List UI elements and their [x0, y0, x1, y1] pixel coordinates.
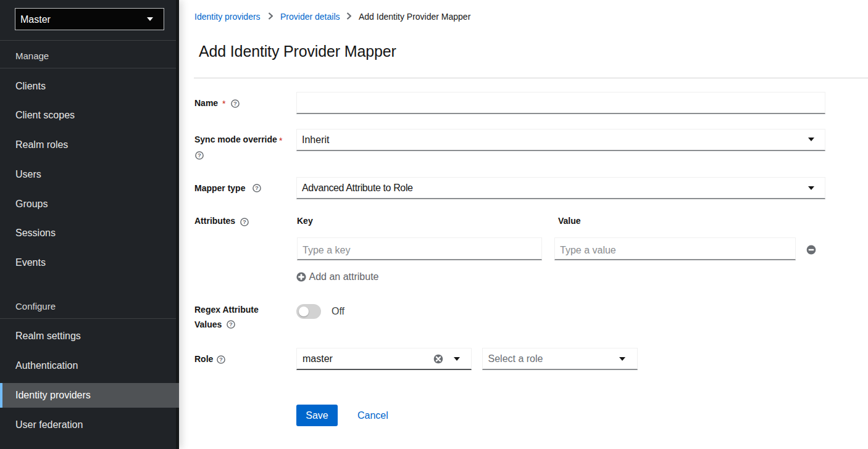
svg-text:?: ? — [255, 184, 259, 191]
svg-text:?: ? — [233, 100, 237, 107]
svg-text:?: ? — [198, 152, 201, 159]
svg-text:?: ? — [229, 321, 233, 327]
svg-text:?: ? — [243, 218, 246, 225]
svg-text:?: ? — [219, 356, 223, 363]
